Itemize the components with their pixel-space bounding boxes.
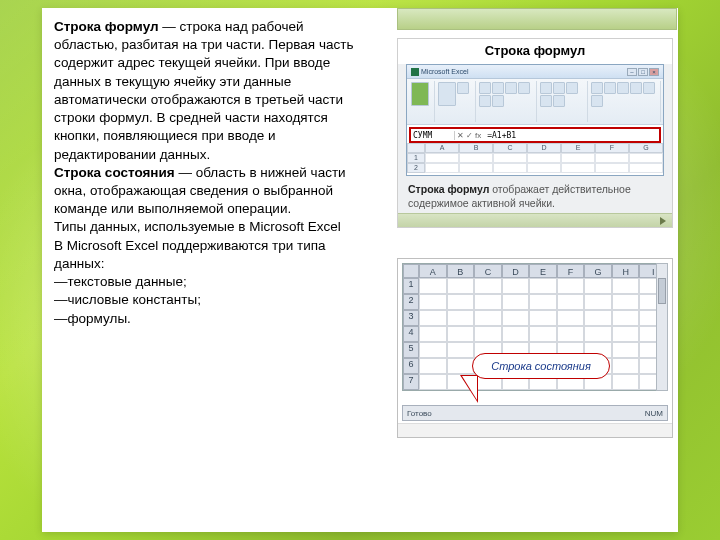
col-header[interactable]: A [419,264,447,278]
cell[interactable] [447,310,475,326]
cell[interactable] [474,294,502,310]
minimize-icon[interactable]: – [627,68,637,76]
cell[interactable] [425,153,459,163]
cell[interactable] [584,326,612,342]
cell[interactable] [557,326,585,342]
border-icon[interactable] [492,95,504,107]
cell[interactable] [425,163,459,173]
row-header[interactable]: 1 [407,153,425,163]
cell[interactable] [447,342,475,358]
cell[interactable] [419,326,447,342]
cut-icon[interactable] [457,82,469,94]
cell[interactable] [557,278,585,294]
cell[interactable] [419,294,447,310]
col-header[interactable]: B [459,143,493,153]
cell[interactable] [447,278,475,294]
cell[interactable] [612,310,640,326]
cell[interactable] [595,153,629,163]
cell[interactable] [529,294,557,310]
underline-icon[interactable] [505,82,517,94]
merge-icon[interactable] [553,95,565,107]
align-center-icon[interactable] [553,82,565,94]
number-format-icon[interactable] [591,82,603,94]
cell[interactable] [527,163,561,173]
cell[interactable] [584,294,612,310]
cell[interactable] [557,294,585,310]
styles-icon[interactable] [617,82,629,94]
col-header[interactable]: D [527,143,561,153]
cell[interactable] [584,310,612,326]
formula-input[interactable]: =A1+B1 [483,131,659,140]
cell[interactable] [595,163,629,173]
cell[interactable] [502,310,530,326]
italic-icon[interactable] [492,82,504,94]
cell[interactable] [612,278,640,294]
font-color-icon[interactable] [518,82,530,94]
cell[interactable] [447,294,475,310]
fill-color-icon[interactable] [479,95,491,107]
cell[interactable] [584,278,612,294]
align-right-icon[interactable] [566,82,578,94]
col-header[interactable]: D [502,264,530,278]
cell[interactable] [493,153,527,163]
cell[interactable] [447,358,475,374]
row-header[interactable]: 5 [403,342,419,358]
cell[interactable] [612,342,640,358]
cell[interactable] [561,163,595,173]
play-icon[interactable] [660,217,666,225]
cell[interactable] [493,163,527,173]
cell[interactable] [502,326,530,342]
cell[interactable] [529,310,557,326]
cell[interactable] [561,153,595,163]
file-tab-icon[interactable] [411,82,429,106]
row-header[interactable]: 2 [403,294,419,310]
cell[interactable] [612,294,640,310]
cell[interactable] [459,163,493,173]
col-header[interactable]: H [612,264,640,278]
select-all-corner[interactable] [407,143,425,153]
cell[interactable] [529,278,557,294]
cell[interactable] [502,294,530,310]
cell[interactable] [502,278,530,294]
cell[interactable] [459,153,493,163]
insert-icon[interactable] [630,82,642,94]
row-header[interactable]: 2 [407,163,425,173]
cell[interactable] [474,278,502,294]
cancel-icon[interactable]: ✕ [457,131,464,140]
wrap-text-icon[interactable] [540,95,552,107]
fx-icon[interactable]: fx [475,131,481,140]
col-header[interactable]: A [425,143,459,153]
cell[interactable] [419,342,447,358]
paste-icon[interactable] [438,82,456,106]
col-header[interactable]: G [584,264,612,278]
cell[interactable] [557,310,585,326]
cell[interactable] [447,326,475,342]
vertical-scrollbar[interactable] [656,263,668,391]
row-header[interactable]: 1 [403,278,419,294]
col-header[interactable]: C [493,143,527,153]
cell[interactable] [474,326,502,342]
sort-icon[interactable] [643,82,655,94]
align-left-icon[interactable] [540,82,552,94]
cell[interactable] [612,358,640,374]
percent-icon[interactable] [604,82,616,94]
col-header[interactable]: G [629,143,663,153]
cell[interactable] [529,326,557,342]
row-header[interactable]: 3 [403,310,419,326]
find-icon[interactable] [591,95,603,107]
cell[interactable] [474,310,502,326]
cell[interactable] [629,153,663,163]
row-header[interactable]: 4 [403,326,419,342]
cell[interactable] [527,153,561,163]
col-header[interactable]: C [474,264,502,278]
enter-icon[interactable]: ✓ [466,131,473,140]
row-header[interactable]: 6 [403,358,419,374]
cell[interactable] [612,326,640,342]
col-header[interactable]: E [529,264,557,278]
bold-icon[interactable] [479,82,491,94]
cell[interactable] [612,374,640,390]
cell[interactable] [419,278,447,294]
col-header[interactable]: E [561,143,595,153]
col-header[interactable]: B [447,264,475,278]
row-header[interactable]: 7 [403,374,419,390]
